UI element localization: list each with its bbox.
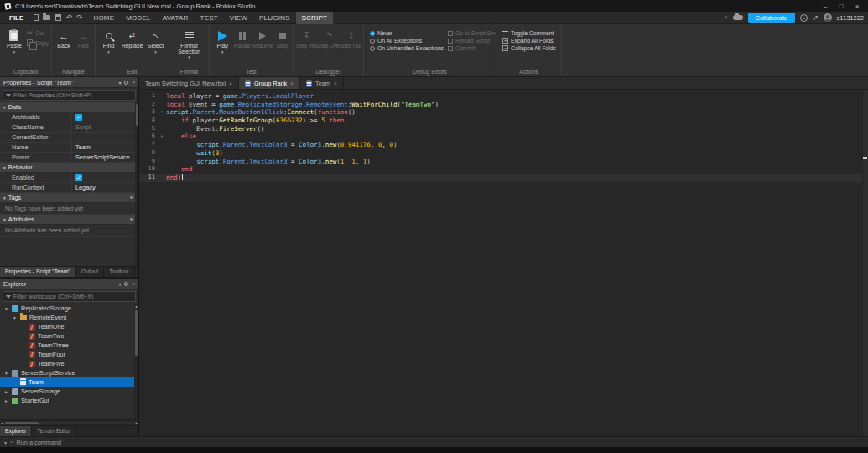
expand-all-folds-button[interactable]: + Expand All Folds	[502, 38, 556, 44]
editor-scrollbar[interactable]	[862, 90, 868, 436]
close-tab-icon[interactable]: ×	[290, 81, 294, 86]
code-line-8[interactable]: 8 wait(3)	[139, 149, 868, 158]
code-line-7[interactable]: 7 script.Parent.TextColor3 = Color3.new(…	[139, 141, 868, 149]
commit-button[interactable]: Commit	[448, 45, 496, 51]
tree-item-team[interactable]: Team	[0, 378, 138, 387]
select-button[interactable]: ↖ Select ▾	[145, 27, 166, 67]
dock-tab-terrain-editor[interactable]: Terrain Editor	[32, 426, 76, 436]
pin-icon[interactable]	[124, 282, 128, 286]
ribbon-tab-test[interactable]: TEST	[195, 12, 224, 24]
debug-errors-on-unhandled-exceptions-option[interactable]: On Unhandled Exceptions	[370, 45, 440, 51]
ribbon-tab-home[interactable]: HOME	[87, 12, 120, 24]
tree-item-remoteevent[interactable]: ▾RemoteEvent	[0, 313, 138, 322]
debug-errors-never-option[interactable]: Never	[370, 30, 440, 36]
line-number[interactable]: 4	[139, 117, 158, 125]
copy-button[interactable]: Copy	[27, 39, 49, 46]
code-area[interactable]: 1local player = game.Players.LocalPlayer…	[139, 90, 868, 436]
code-line-9[interactable]: 9 script.Parent.TextColor3 = Color3.new(…	[139, 158, 868, 166]
explorer-filter-input[interactable]	[13, 294, 133, 299]
pause-button[interactable]: Pause	[233, 27, 251, 67]
line-number[interactable]: 8	[139, 149, 158, 158]
avatar[interactable]	[824, 13, 832, 22]
forward-button[interactable]: → Fwd	[74, 27, 92, 67]
close-button[interactable]: ×	[850, 1, 865, 12]
undo-icon[interactable]: ↶	[65, 13, 72, 22]
line-number[interactable]: 9	[139, 158, 158, 166]
property-value[interactable]: Legacy	[72, 183, 138, 192]
ribbon-tab-script[interactable]: SCRIPT	[296, 12, 334, 24]
new-file-icon[interactable]	[34, 14, 39, 21]
file-menu-button[interactable]: FILE	[4, 12, 29, 24]
tree-item-teamfive[interactable]: TeamFive	[0, 359, 138, 368]
pin-icon[interactable]	[124, 81, 128, 85]
tree-item-startergui[interactable]: ▸StarterGui	[0, 396, 138, 405]
chevron-down-icon[interactable]: ▾	[12, 315, 18, 320]
dock-tab-toolbox[interactable]: Toolbox	[104, 267, 134, 277]
command-bar[interactable]: Run a command	[17, 439, 62, 446]
dock-tab-output[interactable]: Output	[76, 267, 104, 277]
properties-scrollbar[interactable]	[135, 102, 138, 266]
step-out-button[interactable]: ↥ Step Out	[340, 27, 361, 67]
tree-item-serverstorage[interactable]: ▸ServerStorage	[0, 387, 138, 396]
tree-item-teamone[interactable]: TeamOne	[0, 322, 138, 331]
checkbox-archivable[interactable]: ✓	[75, 114, 82, 121]
maximize-button[interactable]: □	[834, 1, 849, 12]
section-header-data[interactable]: ▾Data	[0, 102, 138, 112]
checkbox-enabled[interactable]: ✓	[75, 174, 82, 181]
collaborate-button[interactable]: Collaborate	[748, 13, 795, 23]
tree-item-serverscriptservice[interactable]: ▾ServerScriptService	[0, 368, 138, 378]
minimize-button[interactable]: –	[818, 1, 833, 12]
redo-icon[interactable]: ↷	[76, 13, 83, 22]
line-number[interactable]: 6	[139, 133, 158, 141]
close-panel-icon[interactable]: ×	[132, 80, 135, 85]
step-over-button[interactable]: ↷ Step Over	[318, 27, 340, 67]
replace-button[interactable]: ⇄ Replace	[120, 27, 144, 67]
fold-arrow-icon[interactable]: ▾	[158, 108, 166, 117]
property-value[interactable]: Script	[72, 122, 138, 132]
code-line-11[interactable]: 11end)	[139, 174, 868, 182]
tree-item-teamfour[interactable]: TeamFour	[0, 350, 138, 359]
reload-script-button[interactable]: Reload Script	[448, 38, 496, 44]
doc-tab-team-switching-gui-new-rbxl[interactable]: Team Switching GUI New.rbxl×	[139, 77, 239, 89]
scroll-up-icon[interactable]: ▴	[135, 304, 138, 309]
cut-button[interactable]: ✂ Cut	[27, 29, 49, 37]
property-value[interactable]: Team	[72, 143, 138, 152]
chevron-down-icon[interactable]: ▾	[3, 306, 9, 311]
save-icon[interactable]	[55, 14, 61, 21]
section-header-tags[interactable]: ▾Tags+	[0, 193, 138, 203]
back-button[interactable]: ← Back	[55, 27, 73, 67]
code-line-6[interactable]: 6▾ else	[139, 133, 868, 141]
ribbon-tab-avatar[interactable]: AVATAR	[157, 12, 195, 24]
close-tab-icon[interactable]: ×	[334, 81, 337, 86]
doc-tab-team[interactable]: Team×	[300, 77, 344, 89]
property-value[interactable]: ServerScriptService	[72, 153, 138, 162]
code-line-2[interactable]: 2local Event = game.ReplicatedStorage.Re…	[139, 101, 868, 109]
line-number[interactable]: 3	[139, 108, 158, 117]
format-selection-button[interactable]: Format Selection ▾	[172, 27, 206, 67]
collapse-all-folds-button[interactable]: − Collapse All Folds	[502, 45, 556, 51]
property-value[interactable]: ✓	[72, 112, 138, 122]
code-line-10[interactable]: 10 end	[139, 165, 868, 174]
notifications-icon[interactable]	[800, 14, 808, 22]
code-line-3[interactable]: 3▾script.Parent.MouseButton1Click:Connec…	[139, 108, 868, 117]
tree-item-teamtwo[interactable]: TeamTwo	[0, 331, 138, 341]
ribbon-tab-plugins[interactable]: PLUGINS	[253, 12, 296, 24]
share-icon[interactable]: ↗	[813, 14, 819, 22]
collapse-ribbon-icon[interactable]: ^	[725, 14, 728, 22]
tree-item-replicatedstorage[interactable]: ▾ReplicatedStorage	[0, 304, 138, 313]
code-line-4[interactable]: 4 if player:GetRankInGroup(6366232) >= 5…	[139, 117, 868, 125]
explorer-scrollbar[interactable]: ▴	[134, 304, 138, 419]
play-button[interactable]: Play ▾	[212, 27, 232, 67]
chevron-down-icon[interactable]: ▾	[4, 440, 7, 445]
cloud-sync-icon[interactable]	[733, 15, 743, 20]
chevron-right-icon[interactable]: ▸	[3, 398, 9, 404]
tree-item-teamthree[interactable]: TeamThree	[0, 341, 138, 350]
properties-filter-input[interactable]	[13, 92, 133, 98]
debug-errors-on-all-exceptions-option[interactable]: On All Exceptions	[370, 38, 440, 44]
section-header-attributes[interactable]: ▾Attributes+	[0, 215, 138, 225]
add-attributes-button[interactable]: +	[129, 216, 135, 224]
dock-tab-properties-script-team[interactable]: Properties - Script "Team"	[0, 267, 76, 277]
chevron-right-icon[interactable]: ▸	[3, 389, 9, 394]
section-header-behavior[interactable]: ▾Behavior	[0, 163, 138, 173]
resume-button[interactable]: Resume	[252, 27, 273, 67]
